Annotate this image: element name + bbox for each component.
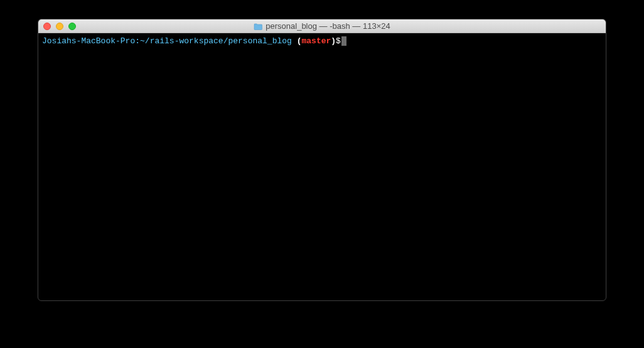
prompt-branch-close: ): [331, 36, 336, 46]
prompt-symbol: $: [336, 36, 341, 46]
maximize-button[interactable]: [68, 23, 76, 30]
prompt-host: Josiahs-MacBook-Pro:: [42, 36, 140, 46]
terminal-body[interactable]: Josiahs-MacBook-Pro:~/rails-workspace/pe…: [38, 33, 606, 300]
cursor: [341, 36, 346, 46]
prompt-branch-open: (: [292, 36, 302, 46]
prompt-branch: master: [301, 36, 331, 46]
prompt-path: ~/rails-workspace/personal_blog: [140, 36, 292, 46]
folder-icon: [254, 23, 262, 29]
terminal-window: personal_blog — -bash — 113×24 Josiahs-M…: [38, 19, 606, 301]
minimize-button[interactable]: [56, 23, 63, 30]
title-text: personal_blog — -bash — 113×24: [266, 21, 390, 31]
window-title: personal_blog — -bash — 113×24: [38, 19, 606, 33]
close-button[interactable]: [43, 23, 51, 30]
titlebar[interactable]: personal_blog — -bash — 113×24: [38, 19, 606, 33]
traffic-lights: [43, 23, 76, 30]
